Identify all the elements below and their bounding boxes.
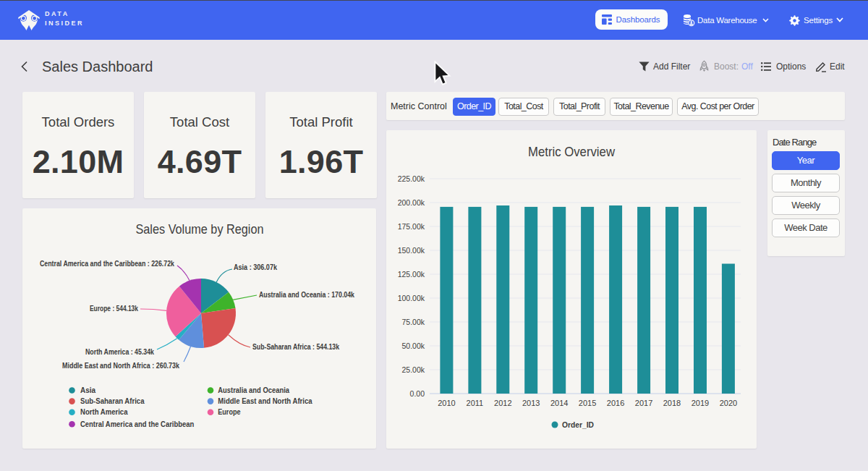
svg-text:Europe : 544.13k: Europe : 544.13k	[90, 305, 138, 313]
svg-text:Metric Overview: Metric Overview	[528, 144, 616, 159]
svg-text:Middle East and North Africa: Middle East and North Africa	[218, 397, 312, 405]
svg-text:Sales Volume by Region: Sales Volume by Region	[136, 221, 264, 237]
svg-text:Central America and the Caribb: Central America and the Caribbean : 226.…	[40, 260, 174, 268]
svg-text:2018: 2018	[663, 399, 681, 407]
svg-text:2014: 2014	[550, 399, 568, 407]
svg-text:175.00k: 175.00k	[398, 222, 425, 231]
svg-text:200.00k: 200.00k	[398, 198, 425, 207]
svg-text:Central America and the Caribb: Central America and the Caribbean	[80, 420, 194, 428]
svg-text:25.00k: 25.00k	[401, 365, 425, 374]
svg-text:Sub-Saharan Africa: Sub-Saharan Africa	[80, 397, 145, 405]
svg-text:Australia and Oceania : 170.04: Australia and Oceania : 170.04k	[259, 291, 354, 299]
svg-text:125.00k: 125.00k	[398, 270, 425, 279]
svg-text:150.00k: 150.00k	[398, 246, 425, 255]
svg-text:75.00k: 75.00k	[401, 318, 425, 326]
svg-text:2015: 2015	[579, 399, 596, 407]
svg-text:Asia: Asia	[80, 386, 96, 394]
svg-text:North America: North America	[80, 408, 128, 416]
svg-text:Australia and Oceania: Australia and Oceania	[218, 386, 289, 394]
svg-text:0.00: 0.00	[410, 389, 425, 398]
svg-text:North America : 45.34k: North America : 45.34k	[85, 348, 154, 356]
svg-text:Sub-Saharan Africa : 544.13k: Sub-Saharan Africa : 544.13k	[252, 343, 339, 351]
svg-text:Asia : 306.07k: Asia : 306.07k	[234, 263, 277, 271]
svg-text:Order_ID: Order_ID	[562, 420, 594, 429]
svg-text:2017: 2017	[635, 399, 652, 407]
svg-text:2016: 2016	[607, 399, 624, 407]
svg-text:2019: 2019	[692, 399, 709, 407]
svg-text:Middle East and North Africa :: Middle East and North Africa : 260.73k	[62, 362, 179, 370]
svg-text:225.00k: 225.00k	[398, 174, 425, 183]
svg-text:2013: 2013	[522, 399, 540, 407]
svg-text:2012: 2012	[494, 399, 511, 407]
svg-text:2020: 2020	[720, 399, 737, 407]
svg-text:2010: 2010	[438, 399, 455, 407]
svg-text:Europe: Europe	[218, 408, 241, 416]
svg-text:100.00k: 100.00k	[398, 294, 425, 302]
svg-text:2011: 2011	[467, 399, 484, 407]
svg-text:50.00k: 50.00k	[401, 341, 425, 350]
